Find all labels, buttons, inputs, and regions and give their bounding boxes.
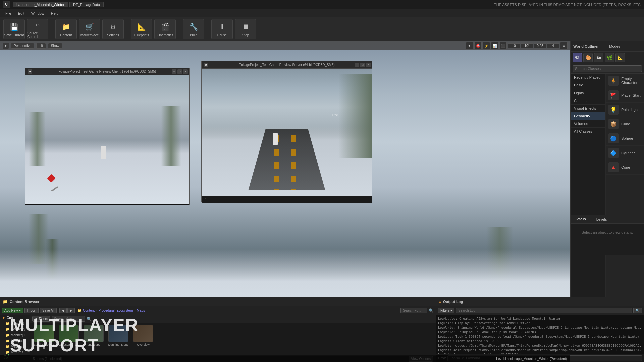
search-maps-icon[interactable]: 🔍 (87, 317, 92, 321)
viewport-icon-4[interactable]: 📊 (491, 42, 498, 49)
folder-mannequin[interactable]: 📁 Mannequi... (0, 332, 30, 338)
stop-button[interactable]: ⏹ Stop (235, 19, 256, 39)
folder-content[interactable]: ▼ Content (0, 315, 30, 321)
log-line-3: LogWorld: Bringing up level for play too… (438, 330, 642, 334)
lit-button[interactable]: Lit (36, 43, 46, 49)
asset-dunning-maps[interactable]: Dunning_Maps (107, 325, 130, 350)
place-item-point-light[interactable]: 💡 Point Light (606, 103, 644, 117)
server-preview-window[interactable]: U FoliageProject_Test Game Preview Serve… (201, 61, 372, 202)
source-control-button[interactable]: ↔ Source Control (27, 19, 48, 39)
paint-mode-icon[interactable]: 🎨 (583, 53, 593, 62)
place-item-empty-character[interactable]: 🧍 Empty Character (606, 74, 644, 88)
path-content[interactable]: Content (83, 309, 95, 312)
viewport-icon-5[interactable]: ⬛ (499, 42, 507, 49)
folder-meshes[interactable]: 📁 Meshes (0, 344, 30, 349)
menu-file[interactable]: File (2, 11, 15, 16)
tab-landscape-mountain[interactable]: Landscape_Mountain_Winter (13, 2, 68, 7)
menu-help[interactable]: Help (48, 11, 62, 16)
cb-forward-btn[interactable]: ▶ (67, 308, 75, 313)
client-character (101, 146, 106, 159)
asset-overview[interactable]: Overview (131, 325, 155, 350)
cinematics-button[interactable]: 🎬 Cinematics (154, 19, 176, 39)
place-item-sphere[interactable]: 🔵 Sphere (606, 131, 644, 146)
add-new-label: Add New (4, 309, 18, 312)
asset-label-overview: Overview (137, 343, 150, 346)
place-item-player-start[interactable]: 🚩 Player Start (606, 88, 644, 103)
asset-landscape-c19[interactable]: Landscape_C19 (57, 325, 80, 350)
snap-rotate-input[interactable]: 10° (521, 43, 533, 48)
cube-icon: 📦 (608, 119, 619, 129)
folder-blueprint[interactable]: 📁 Blueprint (0, 321, 30, 326)
folder-geometry[interactable]: 📁 Geometry (0, 326, 30, 332)
menu-bar: File Edit Window Help (0, 9, 644, 17)
details-tab[interactable]: Details (573, 216, 587, 222)
viewport-perspective-toggle[interactable]: ▶ (3, 43, 9, 49)
snap-scale-input[interactable]: 0.25 (534, 43, 546, 48)
viewport-menu-icon[interactable]: ≡ (560, 42, 568, 49)
search-classes-input[interactable] (573, 65, 642, 72)
blueprints-button[interactable]: 📐 Blueprints (131, 19, 152, 39)
cb-back-btn[interactable]: ◀ (59, 308, 67, 313)
cb-path-bar: ▼ Filters 🔍 (30, 315, 436, 323)
client-minimize-btn[interactable]: － (172, 69, 176, 74)
foliage-mode-icon[interactable]: 🌿 (605, 53, 614, 62)
cat-lights[interactable]: Lights (571, 89, 605, 97)
viewport-icon-1[interactable]: 👁 (466, 42, 473, 49)
snap-num4-input[interactable]: 4 (547, 43, 559, 48)
save-all-button[interactable]: Save All (40, 308, 57, 313)
client-maximize-btn[interactable]: □ (177, 69, 182, 74)
search-maps-input[interactable] (52, 316, 85, 322)
asset-icon-c18 (34, 325, 54, 342)
levels-tab[interactable]: Levels (595, 217, 608, 222)
cat-cinematic[interactable]: Cinematic (571, 97, 605, 105)
path-maps[interactable]: Maps (137, 309, 145, 312)
perspective-button[interactable]: Perspective (11, 43, 34, 49)
menu-edit[interactable]: Edit (15, 11, 28, 16)
save-current-button[interactable]: 💾 Save Current (3, 19, 25, 39)
tab-dt-foliage[interactable]: DT_FoliageData (69, 2, 104, 7)
place-mode-icon[interactable]: 🏗 (573, 53, 582, 62)
menu-window[interactable]: Window (28, 11, 48, 16)
content-button[interactable]: 📁 Content (55, 19, 77, 39)
viewport-icon-2[interactable]: 🎯 (474, 42, 482, 49)
cat-basic[interactable]: Basic (571, 81, 605, 89)
place-item-cube[interactable]: 📦 Cube (606, 117, 644, 131)
cat-recently-placed[interactable]: Recently Placed (571, 74, 605, 81)
cat-geometry[interactable]: Geometry (571, 112, 605, 120)
asset-landscape-c18[interactable]: Landscape_C18 (32, 325, 56, 350)
cb-filters-btn[interactable]: ▼ Filters (32, 316, 50, 322)
import-button[interactable]: Import (24, 308, 39, 313)
search-log-input[interactable] (456, 308, 632, 313)
server-maximize-btn[interactable]: □ (360, 63, 365, 67)
viewport-icon-3[interactable]: ⚡ (483, 42, 490, 49)
level-name: Landscape_Mountain_Winter (Persistent) (505, 357, 567, 361)
path-procedural[interactable]: Procedural_Ecosystem (98, 309, 133, 312)
add-new-button[interactable]: Add New ▾ (2, 308, 23, 313)
snap-translate-input[interactable]: 10 (508, 43, 520, 48)
server-minimize-btn[interactable]: － (355, 63, 359, 67)
server-close-btn[interactable]: ✕ (366, 63, 371, 67)
folder-materials[interactable]: 📁 Materials (0, 338, 30, 344)
client-close-btn[interactable]: ✕ (183, 69, 188, 74)
show-button[interactable]: Show (48, 43, 62, 49)
build-button[interactable]: 🔧 Build (183, 19, 204, 39)
cat-all-classes[interactable]: All Classes (571, 128, 605, 135)
asset-landscape[interactable]: landscape (82, 325, 105, 350)
pause-button[interactable]: ⏸ Pause (211, 19, 233, 39)
search-content-icon[interactable]: 🔍 (429, 308, 434, 313)
place-item-cylinder[interactable]: 🔷 Cylinder (606, 146, 644, 160)
ol-filters-btn[interactable]: Filters ▾ (438, 308, 454, 313)
geometry-mode-icon[interactable]: 📐 (615, 53, 625, 62)
landscape-mode-icon[interactable]: 🏔 (594, 53, 603, 62)
cone-label: Cone (621, 165, 630, 169)
server-prompt: > _ (204, 197, 208, 200)
ol-search-icon[interactable]: 🔍 (633, 308, 642, 313)
search-content-input[interactable] (400, 308, 427, 313)
client-preview-window[interactable]: U FoliageProject_Test Game Preview Clien… (25, 68, 190, 205)
settings-button[interactable]: ⚙ Settings (102, 19, 124, 39)
asset-label-dunning: Dunning_Maps (108, 343, 129, 346)
place-item-cone[interactable]: 🔺 Cone (606, 160, 644, 175)
cat-visual-effects[interactable]: Visual Effects (571, 105, 605, 112)
marketplace-button[interactable]: 🛒 Marketplace (79, 19, 100, 39)
cat-volumes[interactable]: Volumes (571, 120, 605, 128)
